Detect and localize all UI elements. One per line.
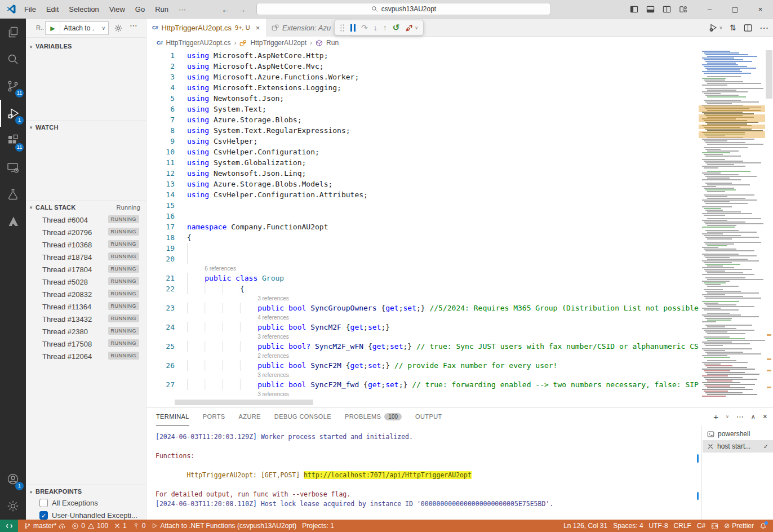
- code-line[interactable]: 17namespace Company.FunctionAU2opt: [146, 221, 699, 232]
- source-control-icon[interactable]: 11: [0, 73, 26, 100]
- thread-row[interactable]: Thread #11364RUNNING: [26, 300, 146, 313]
- explorer-icon[interactable]: [0, 19, 26, 46]
- panel-tab-ports[interactable]: PORTS: [203, 407, 225, 425]
- terminal-output[interactable]: [2024-06-03T11:20:03.129Z] Worker proces…: [146, 425, 702, 520]
- line-number[interactable]: 22: [146, 283, 175, 294]
- line-number[interactable]: 2: [146, 61, 175, 72]
- line-number[interactable]: 17: [146, 221, 175, 232]
- editor-scrollbar[interactable]: [765, 49, 773, 407]
- open-changes-icon[interactable]: ⇅: [730, 23, 736, 32]
- tab-close-icon[interactable]: ×: [256, 24, 260, 32]
- toggle-sidebar-icon[interactable]: [630, 5, 638, 14]
- thread-row[interactable]: Thread #12064RUNNING: [26, 350, 146, 362]
- breadcrumb-file[interactable]: HttpTriggerAU2opt.cs: [166, 39, 231, 47]
- line-number[interactable]: 6: [146, 104, 175, 114]
- maximize-panel-icon[interactable]: ∧: [751, 413, 756, 420]
- menu-go[interactable]: Go: [130, 0, 150, 19]
- close-panel-icon[interactable]: ×: [763, 412, 767, 421]
- status-item-projects[interactable]: Projects: 1: [299, 522, 337, 530]
- new-terminal-icon[interactable]: +: [713, 412, 718, 422]
- terminal-line[interactable]: Functions:: [156, 451, 702, 461]
- code-line[interactable]: 6using System.Text;: [146, 104, 699, 114]
- terminal-command-decoration[interactable]: [697, 492, 699, 500]
- line-number[interactable]: 21: [146, 273, 175, 283]
- thread-row[interactable]: Thread #17508RUNNING: [26, 338, 146, 350]
- pause-icon[interactable]: [350, 24, 356, 32]
- terminal-line[interactable]: [2024-06-03T11:20:08.110Z] Host lock lea…: [156, 499, 702, 509]
- breadcrumb-member[interactable]: Run: [326, 39, 339, 47]
- thread-row[interactable]: Thread #6004RUNNING: [26, 214, 146, 226]
- run-or-debug-icon[interactable]: ∨: [709, 23, 722, 32]
- code-line[interactable]: 9using CsvHelper;: [146, 136, 699, 147]
- line-number[interactable]: 20: [146, 254, 175, 264]
- debug-launch-control[interactable]: ▶ Attach to . ∨: [45, 21, 109, 35]
- codelens[interactable]: 3 references: [146, 294, 699, 303]
- watch-section-header[interactable]: ∨WATCH: [26, 121, 146, 134]
- codelens[interactable]: 3 references: [146, 371, 699, 379]
- code-line[interactable]: 5using Newtonsoft.Json;: [146, 93, 699, 104]
- terminal-instance-powershell[interactable]: powershell: [703, 428, 773, 440]
- code-line[interactable]: 12using Newtonsoft.Json.Linq;: [146, 168, 699, 179]
- code-line[interactable]: 1using Microsoft.AspNetCore.Http;: [146, 50, 699, 61]
- step-over-icon[interactable]: ↷: [361, 23, 368, 32]
- menu-run[interactable]: Run: [150, 0, 174, 19]
- azure-icon[interactable]: [0, 208, 26, 235]
- extensions-icon[interactable]: 11: [0, 127, 26, 154]
- code-line[interactable]: 27public bool SyncF2M_fwd {get;set;} // …: [146, 379, 699, 390]
- account-icon[interactable]: 1: [0, 466, 26, 493]
- nav-back-button[interactable]: ←: [221, 5, 230, 14]
- thread-row[interactable]: Thread #18784RUNNING: [26, 251, 146, 263]
- code-editor[interactable]: 1using Microsoft.AspNetCore.Http;2using …: [146, 49, 773, 407]
- code-line[interactable]: 11using System.Globalization;: [146, 157, 699, 168]
- status-item-git-branch[interactable]: master*: [21, 522, 69, 530]
- line-number[interactable]: 14: [146, 189, 175, 200]
- testing-icon[interactable]: [0, 181, 26, 208]
- panel-more-icon[interactable]: ⋯: [736, 413, 744, 421]
- line-number[interactable]: 8: [146, 125, 175, 136]
- maximize-button[interactable]: ▢: [722, 0, 748, 19]
- thread-row[interactable]: Thread #2380RUNNING: [26, 325, 146, 338]
- code-line[interactable]: 18{: [146, 232, 699, 243]
- terminal-instance-hoststart[interactable]: host start...✓: [703, 440, 773, 453]
- code-line[interactable]: 2using Microsoft.AspNetCore.Mvc;: [146, 61, 699, 72]
- run-debug-icon[interactable]: 1: [0, 100, 26, 127]
- line-number[interactable]: 11: [146, 157, 175, 168]
- panel-tab-terminal[interactable]: TERMINAL: [156, 407, 189, 425]
- terminal-line[interactable]: HttpTriggerAU2opt: [GET,POST] http://loc…: [156, 471, 702, 480]
- line-number[interactable]: 1: [146, 50, 175, 61]
- variables-section-header[interactable]: ∨VARIABLES: [26, 40, 146, 52]
- status-item-debug-session[interactable]: Attach to .NET Functions (csvpush13AU2op…: [148, 522, 299, 530]
- code-line[interactable]: 10using CsvHelper.Configuration;: [146, 147, 699, 157]
- status-item-notifications[interactable]: [757, 522, 770, 530]
- sidebar-more-icon[interactable]: ⋯: [130, 21, 137, 30]
- minimize-button[interactable]: –: [697, 0, 722, 19]
- step-out-icon[interactable]: ↑: [383, 23, 387, 32]
- launch-config-label[interactable]: Attach to .: [60, 24, 99, 32]
- restart-icon[interactable]: ↺: [393, 23, 400, 33]
- horizontal-scrollbar-thumb[interactable]: [175, 400, 313, 405]
- breakpoint-checkbox[interactable]: ✓: [39, 511, 48, 520]
- debug-settings-gear-icon[interactable]: [114, 24, 123, 33]
- line-number[interactable]: 15: [146, 200, 175, 211]
- line-number[interactable]: 25: [146, 341, 175, 352]
- breadcrumb-symbol[interactable]: HttpTriggerAU2opt: [250, 39, 306, 47]
- line-number[interactable]: 7: [146, 114, 175, 125]
- status-item-tasks-count[interactable]: 1: [111, 522, 130, 530]
- code-line[interactable]: 25public bool? SyncM2F_wFN {get;set;} //…: [146, 341, 699, 352]
- codelens[interactable]: 6 references: [146, 264, 699, 273]
- remote-indicator[interactable]: [0, 520, 18, 532]
- codelens[interactable]: 2 references: [146, 352, 699, 360]
- thread-row[interactable]: Thread #13432RUNNING: [26, 313, 146, 325]
- terminal-line[interactable]: [156, 442, 702, 451]
- line-number[interactable]: 12: [146, 168, 175, 179]
- nav-forward-button[interactable]: →: [238, 5, 246, 14]
- code-line[interactable]: 8using System.Text.RegularExpressions;: [146, 125, 699, 136]
- breakpoint-checkbox[interactable]: [39, 499, 48, 507]
- menu-file[interactable]: File: [19, 0, 41, 19]
- thread-row[interactable]: Thread #20796RUNNING: [26, 226, 146, 238]
- status-item-encoding[interactable]: UTF-8: [646, 522, 671, 530]
- function-url[interactable]: http://localhost:7071/api/HttpTriggerAU2…: [304, 471, 472, 479]
- close-window-button[interactable]: ×: [748, 0, 773, 19]
- code-line[interactable]: 24public bool SyncM2F {get;set;}: [146, 322, 699, 333]
- toggle-panel-icon[interactable]: [646, 5, 655, 14]
